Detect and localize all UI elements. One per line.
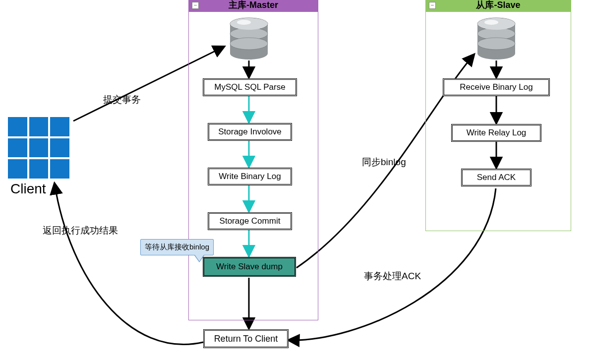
- slave-title: 从库-Slave: [426, 0, 571, 12]
- step-involove: Storage Involove: [208, 123, 292, 141]
- step-send-ack: Send ACK: [461, 169, 532, 186]
- edge-label-return-result: 返回执行成功结果: [43, 224, 118, 237]
- step-write-relay-log: Write Relay Log: [451, 124, 541, 142]
- edge-label-ack: 事务处理ACK: [364, 270, 421, 283]
- callout-wait-binlog: 等待从库接收binlog: [140, 239, 214, 255]
- step-parse: MySQL SQL Parse: [203, 78, 297, 96]
- edge-label-sync-binlog: 同步binlog: [362, 156, 406, 169]
- client-icon: [8, 117, 69, 179]
- step-write-slave-dump: Write Slave dump: [203, 257, 296, 277]
- edge-label-submit: 提交事务: [103, 93, 141, 106]
- master-title: 主库-Master: [189, 0, 318, 12]
- client-label: Client: [10, 181, 46, 197]
- step-receive-binary-log: Receive Binary Log: [443, 78, 550, 96]
- slave-container: – 从库-Slave: [425, 0, 571, 231]
- callout-tail-icon: [194, 255, 204, 262]
- step-return-to-client: Return To Client: [203, 329, 289, 348]
- step-storage-commit: Storage Commit: [208, 212, 292, 230]
- step-write-binary-log: Write Binary Log: [208, 168, 292, 185]
